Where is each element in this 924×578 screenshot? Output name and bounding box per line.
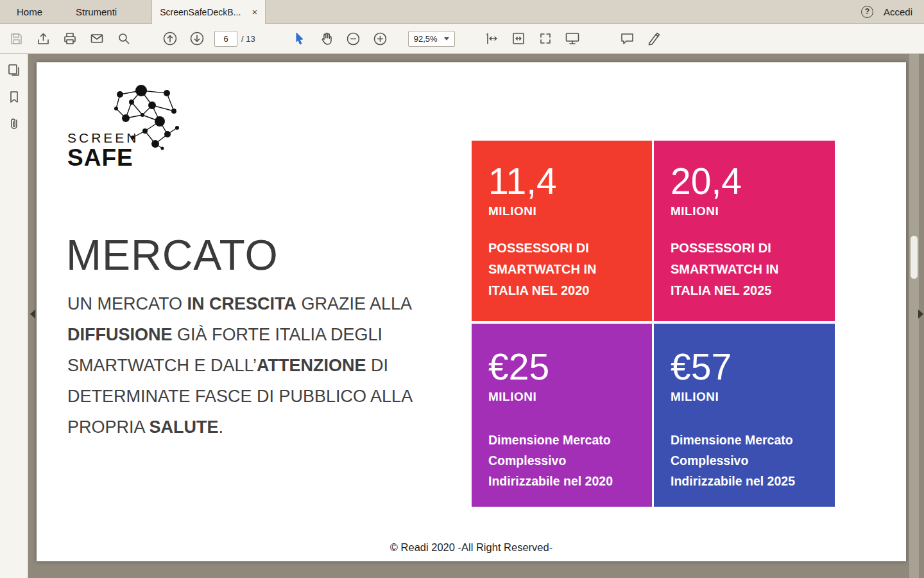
zoom-select[interactable]: 92,5% [408, 31, 455, 47]
tab-document[interactable]: ScreenSafeDeckB... × [151, 0, 266, 24]
stat-desc: Dimensione Mercato Complessivo Indirizza… [488, 430, 635, 491]
logo-text-screen: SCREEN [67, 130, 139, 146]
stat-desc: Dimensione Mercato Complessivo Indirizza… [671, 430, 818, 491]
print-icon[interactable] [60, 29, 80, 48]
stat-value: 20,4 [671, 162, 818, 201]
stat-desc: POSSESSORI DI SMARTWATCH IN ITALIA NEL 2… [488, 238, 635, 301]
stat-box-2025-owners: 20,4 MILIONI POSSESSORI DI SMARTWATCH IN… [654, 141, 835, 321]
collapse-left-panel-icon[interactable] [30, 310, 35, 319]
page-number-input[interactable] [214, 31, 237, 47]
zoom-level-label: 92,5% [414, 34, 438, 44]
page-count-label: / 13 [241, 34, 255, 44]
logo-text-safe: SAFE [67, 144, 133, 171]
comment-icon[interactable] [618, 29, 637, 48]
stat-boxes-grid: 11,4 MILIONI POSSESSORI DI SMARTWATCH IN… [472, 141, 835, 507]
pdf-page: SCREEN SAFE MERCATO UN MERCATO IN CRESCI… [37, 62, 906, 561]
fit-width-icon[interactable] [482, 29, 501, 48]
slide-paragraph: UN MERCATO IN CRESCITA GRAZIE ALLA DIFFU… [67, 288, 459, 442]
stat-desc: POSSESSORI DI SMARTWATCH IN ITALIA NEL 2… [671, 238, 818, 301]
tab-document-label: ScreenSafeDeckB... [160, 7, 241, 17]
stat-unit: MILIONI [488, 390, 635, 404]
scrollbar-thumb[interactable] [911, 236, 918, 279]
attachment-icon[interactable] [8, 117, 21, 134]
stat-value: 11,4 [488, 162, 635, 201]
next-page-button[interactable] [187, 29, 207, 48]
left-panel-rail [0, 54, 28, 578]
top-tab-bar: Home Strumenti ScreenSafeDeckB... × ? Ac… [0, 0, 924, 24]
help-icon[interactable]: ? [861, 6, 873, 18]
page-thumbnails-icon[interactable] [7, 63, 21, 80]
highlight-pen-icon[interactable] [645, 29, 664, 48]
save-icon[interactable] [6, 29, 26, 48]
acrobat-window: Home Strumenti ScreenSafeDeckB... × ? Ac… [0, 0, 924, 578]
tab-home[interactable]: Home [0, 0, 59, 23]
email-icon[interactable] [87, 29, 107, 48]
presentation-icon[interactable] [563, 29, 582, 48]
previous-page-button[interactable] [160, 29, 180, 48]
stat-unit: MILIONI [671, 204, 818, 218]
page-title: MERCATO [66, 231, 278, 279]
screensafe-logo: SCREEN SAFE [67, 82, 221, 171]
stat-box-2020-market: €25 MILIONI Dimensione Mercato Complessi… [472, 324, 652, 507]
copyright-footer: © Readi 2020 -All Right Reserved- [37, 541, 906, 554]
hand-tool-icon[interactable] [317, 29, 336, 48]
fit-page-icon[interactable] [509, 29, 528, 48]
search-icon[interactable] [114, 29, 133, 48]
sign-in-button[interactable]: Accedi [884, 6, 912, 17]
stat-value: €57 [671, 348, 818, 387]
close-icon[interactable]: × [252, 6, 257, 17]
bookmark-icon[interactable] [8, 90, 21, 107]
zoom-in-icon[interactable] [371, 29, 390, 48]
stat-box-2025-market: €57 MILIONI Dimensione Mercato Complessi… [654, 324, 835, 507]
toolbar: / 13 92,5% [0, 24, 924, 54]
expand-right-panel-icon[interactable] [918, 310, 923, 319]
share-icon[interactable] [33, 29, 53, 48]
stat-unit: MILIONI [488, 204, 635, 218]
select-tool-icon[interactable] [290, 29, 309, 48]
tab-tools[interactable]: Strumenti [59, 0, 133, 23]
chevron-down-icon [444, 37, 449, 40]
stat-box-2020-owners: 11,4 MILIONI POSSESSORI DI SMARTWATCH IN… [472, 141, 652, 321]
stat-unit: MILIONI [671, 390, 818, 404]
vertical-scrollbar[interactable] [909, 54, 919, 578]
zoom-out-icon[interactable] [344, 29, 363, 48]
fullscreen-icon[interactable] [536, 29, 555, 48]
stat-value: €25 [488, 348, 635, 387]
